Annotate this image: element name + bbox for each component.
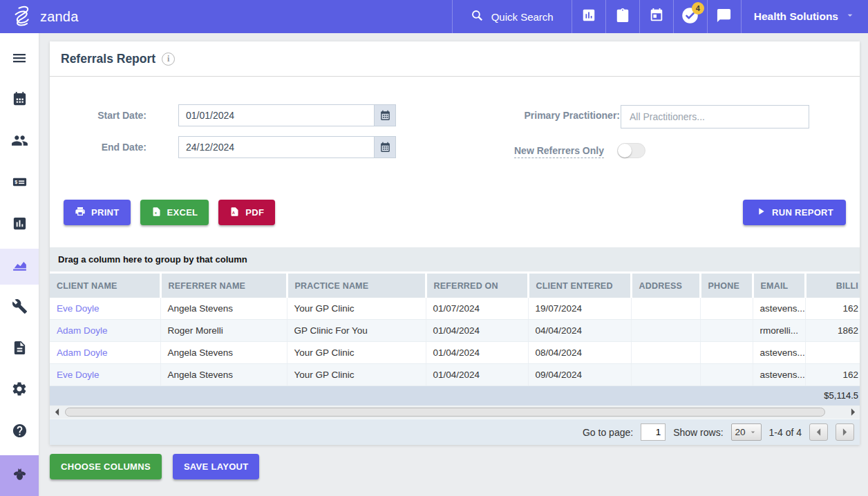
sidebar-item-settings[interactable] <box>0 372 39 408</box>
chevron-down-icon <box>845 10 856 23</box>
info-icon[interactable]: i <box>162 53 175 66</box>
referred-on-cell: 01/07/2024 <box>426 298 528 320</box>
client-name-link[interactable]: Eve Doyle <box>57 303 100 314</box>
end-date-input[interactable] <box>178 136 374 158</box>
scroll-left-arrow[interactable] <box>53 407 61 417</box>
previous-page-button[interactable] <box>809 423 828 441</box>
chat-bubble-icon <box>716 8 732 26</box>
referrer-name-cell: Angela Stevens <box>160 298 287 320</box>
calendar-nav-button[interactable] <box>640 0 673 33</box>
client-name-link[interactable]: Adam Doyle <box>57 325 108 336</box>
excel-file-icon: x <box>151 207 162 219</box>
scrollbar-track[interactable] <box>65 408 845 417</box>
notes-nav-button[interactable] <box>606 0 639 33</box>
email-cell: astevens... <box>753 364 805 386</box>
table-row: Adam Doyle Roger Morelli GP Clinic For Y… <box>50 320 860 342</box>
phone-cell <box>700 342 753 364</box>
client-name-link[interactable]: Adam Doyle <box>57 347 108 358</box>
reports-nav-button[interactable] <box>572 0 605 33</box>
pdf-label: PDF <box>245 207 264 218</box>
clipboard-icon <box>615 8 630 26</box>
top-navbar: zanda Quick Search <box>0 0 868 33</box>
column-header-email[interactable]: EMAIL <box>753 274 805 298</box>
start-date-label: Start Date: <box>50 110 147 121</box>
start-date-calendar-button[interactable] <box>374 104 396 126</box>
table-row: Eve Doyle Angela Stevens Your GP Clinic … <box>50 298 860 320</box>
quick-search-label: Quick Search <box>491 11 554 23</box>
messages-nav-button[interactable] <box>708 0 741 33</box>
billed-cell: 162 <box>805 364 860 386</box>
pdf-button[interactable]: A PDF <box>218 200 275 225</box>
scrollbar-thumb[interactable] <box>65 408 825 417</box>
end-date-calendar-button[interactable] <box>374 136 396 158</box>
column-header-client-name[interactable]: CLIENT NAME <box>50 274 160 298</box>
bar-chart-box-icon <box>12 216 28 234</box>
page-range-text: 1-4 of 4 <box>769 427 802 438</box>
sidebar-item-clients[interactable] <box>0 124 39 160</box>
rows-per-page-select[interactable]: 20 <box>731 423 762 441</box>
column-header-billed[interactable]: BILLI <box>805 274 860 298</box>
client-entered-cell: 19/07/2024 <box>528 298 631 320</box>
billed-cell <box>805 342 860 364</box>
help-icon <box>12 423 28 441</box>
billed-cell: 1862 <box>805 320 860 342</box>
sidebar-item-calendar[interactable] <box>0 83 39 119</box>
email-cell: astevens... <box>753 298 805 320</box>
column-header-client-entered[interactable]: CLIENT ENTERED <box>528 274 631 298</box>
export-actions: PRINT x EXCEL A PDF <box>64 200 275 225</box>
excel-label: EXCEL <box>167 207 198 218</box>
choose-columns-button[interactable]: CHOOSE COLUMNS <box>50 454 162 479</box>
address-cell <box>631 298 700 320</box>
practitioner-input[interactable] <box>621 105 809 128</box>
new-referrers-toggle[interactable] <box>617 143 645 158</box>
svg-text:$: $ <box>15 180 17 185</box>
excel-button[interactable]: x EXCEL <box>140 200 209 225</box>
practitioner-label: Primary Practitioner: <box>471 110 620 121</box>
sidebar-item-reports-active[interactable] <box>0 249 39 285</box>
svg-text:A: A <box>232 210 235 214</box>
account-menu[interactable]: Health Solutions <box>742 0 868 33</box>
sidebar-item-documents[interactable] <box>0 331 39 367</box>
page-number-input[interactable] <box>641 423 666 441</box>
column-header-referred-on[interactable]: REFERRED ON <box>426 274 528 298</box>
column-header-referrer-name[interactable]: REFERRER NAME <box>160 274 287 298</box>
print-button[interactable]: PRINT <box>64 200 131 225</box>
scroll-right-arrow[interactable] <box>849 407 857 417</box>
billed-total: $5,114.5 <box>50 386 860 406</box>
referrer-name-cell: Angela Stevens <box>160 342 287 364</box>
sidebar-item-help[interactable] <box>0 414 39 450</box>
quick-search-button[interactable]: Quick Search <box>453 0 572 33</box>
start-date-input[interactable] <box>178 104 374 126</box>
next-page-button[interactable] <box>836 423 854 441</box>
sidebar-item-menu[interactable] <box>0 41 39 77</box>
sidebar-item-dashboard[interactable] <box>0 207 39 243</box>
column-header-phone[interactable]: PHONE <box>700 274 753 298</box>
brand-logo[interactable]: zanda <box>0 0 90 33</box>
end-date-label: End Date: <box>50 142 147 153</box>
phone-cell <box>700 364 753 386</box>
sidebar-item-tools[interactable] <box>0 290 39 326</box>
run-report-button[interactable]: RUN REPORT <box>743 200 846 225</box>
tasks-nav-button[interactable]: 4 <box>674 0 707 33</box>
zanda-logo-icon <box>11 4 34 30</box>
client-name-link[interactable]: Eve Doyle <box>57 370 100 380</box>
page-title: Referrals Report <box>61 52 155 66</box>
practice-name-cell: Your GP Clinic <box>287 342 426 364</box>
gear-icon <box>11 381 28 400</box>
column-header-address[interactable]: ADDRESS <box>631 274 700 298</box>
column-header-practice-name[interactable]: PRACTICE NAME <box>287 274 426 298</box>
new-referrers-label[interactable]: New Referrers Only <box>514 145 604 158</box>
group-by-dropzone[interactable]: Drag a column here to group by that colu… <box>50 247 860 274</box>
document-icon <box>12 340 28 359</box>
referrer-name-cell: Angela Stevens <box>160 364 287 386</box>
printer-icon <box>75 206 86 219</box>
choose-columns-label: CHOOSE COLUMNS <box>61 461 151 472</box>
wrench-icon <box>12 298 28 317</box>
sidebar-item-invoices[interactable]: $ <box>0 166 39 202</box>
sidebar-item-assistant[interactable] <box>0 455 39 496</box>
main-content: Referrals Report i Start Date: End Date:… <box>39 33 868 496</box>
chevron-down-icon <box>748 428 757 437</box>
save-layout-button[interactable]: SAVE LAYOUT <box>173 454 260 479</box>
results-grid: Drag a column here to group by that colu… <box>50 247 860 445</box>
report-card: Referrals Report i Start Date: End Date:… <box>50 41 860 445</box>
